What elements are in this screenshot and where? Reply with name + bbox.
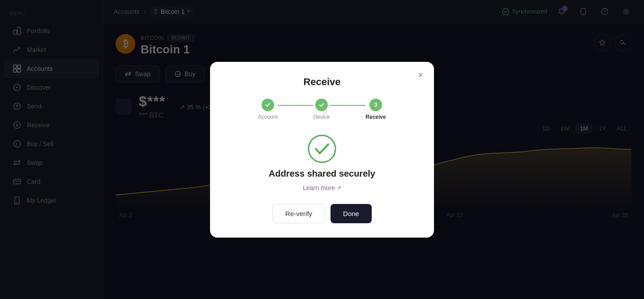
step-num-receive: 3 [374,101,377,108]
step-account: Account [258,99,277,120]
step-label-device: Device [313,114,330,120]
step-device: Device [313,99,330,120]
reverify-button[interactable]: Re-verify [272,204,325,223]
step-line-1 [278,105,313,106]
modal-overlay: × Receive Account Device 3 [0,0,644,299]
reverify-label: Re-verify [285,210,312,217]
step-label-account: Account [258,114,277,120]
steps-row: Account Device 3 Receive [224,99,420,120]
close-icon: × [418,70,423,80]
step-receive: 3 Receive [365,99,386,120]
step-circle-account [262,99,274,111]
step-line-2 [330,105,365,106]
step-circle-receive: 3 [369,99,382,111]
done-button[interactable]: Done [331,204,372,223]
modal-title: Receive [224,76,420,88]
svg-point-32 [309,135,335,162]
done-label: Done [343,210,359,217]
success-area: Address shared securely Learn more ↗ [224,134,420,191]
success-checkmark-icon [308,134,336,163]
step-circle-device [315,99,328,111]
learn-more-link[interactable]: Learn more ↗ [303,184,341,191]
learn-more-label: Learn more [303,184,335,191]
external-link-icon: ↗ [337,185,341,191]
success-title: Address shared securely [269,169,375,179]
modal-close-button[interactable]: × [414,69,427,82]
step-label-receive: Receive [365,114,386,120]
receive-modal: × Receive Account Device 3 [210,62,434,238]
modal-buttons: Re-verify Done [224,204,420,223]
